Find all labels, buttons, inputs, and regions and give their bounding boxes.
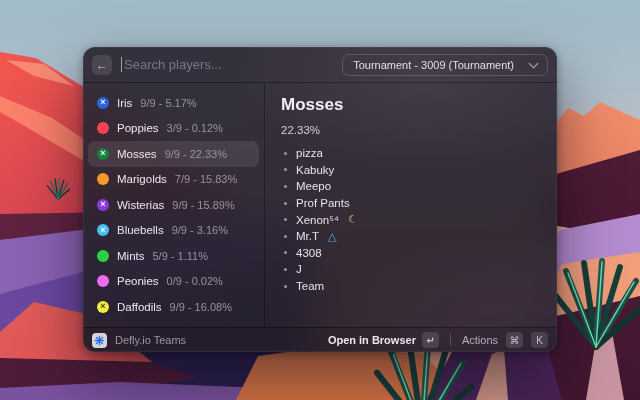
- team-color-icon: [97, 122, 109, 134]
- launcher-window: ← Search players... Tournament - 3009 (T…: [83, 47, 557, 352]
- chevron-down-icon: [529, 58, 539, 68]
- agave-plant-illustration: [46, 178, 70, 200]
- bullet-icon: [284, 251, 287, 254]
- back-button[interactable]: ←: [92, 55, 112, 75]
- player-list-item: Xenon⁵⁴☾: [281, 211, 543, 228]
- bullet-icon: [284, 285, 287, 288]
- team-color-icon: [97, 275, 109, 287]
- team-stats: 9/9 - 22.33%: [165, 148, 227, 160]
- detail-percentage: 22.33%: [281, 124, 543, 136]
- team-color-icon: [97, 250, 109, 262]
- tournament-dropdown-value: Tournament - 3009 (Tournament): [353, 59, 514, 71]
- team-stats: 9/9 - 16.08%: [170, 301, 232, 313]
- bullet-icon: [284, 202, 287, 205]
- triangle-icon: △: [328, 231, 336, 242]
- team-row-mints[interactable]: Mints 5/9 - 1.11%: [88, 243, 259, 269]
- team-row-iris[interactable]: × Iris 9/9 - 5.17%: [88, 90, 259, 116]
- team-color-icon: ×: [97, 301, 109, 313]
- crescent-moon-icon: ☾: [348, 214, 358, 225]
- k-key-icon: K: [531, 332, 548, 348]
- team-row-bluebells[interactable]: × Bluebells 9/9 - 3.16%: [88, 218, 259, 244]
- team-stats: 3/9 - 0.12%: [167, 122, 223, 134]
- team-color-icon: ×: [97, 199, 109, 211]
- command-key-icon: ⌘: [506, 332, 523, 348]
- search-bar: ← Search players... Tournament - 3009 (T…: [83, 47, 557, 83]
- team-row-peonies[interactable]: Peonies 0/9 - 0.02%: [88, 269, 259, 295]
- x-glyph: ×: [100, 98, 105, 107]
- team-name: Peonies: [117, 275, 159, 287]
- team-stats: 9/9 - 5.17%: [140, 97, 196, 109]
- desktop: ← Search players... Tournament - 3009 (T…: [0, 0, 640, 400]
- team-name: Iris: [117, 97, 132, 109]
- team-list: × Iris 9/9 - 5.17% Poppies 3/9 - 0.12% ×…: [83, 83, 265, 327]
- team-color-icon: ×: [97, 148, 109, 160]
- team-name: Poppies: [117, 122, 159, 134]
- player-list-item: Team: [281, 278, 543, 295]
- footer-divider: [450, 334, 451, 346]
- bullet-icon: [284, 235, 287, 238]
- agave-plant-illustration: [546, 258, 640, 350]
- team-name: Mints: [117, 250, 144, 262]
- team-name: Wisterias: [117, 199, 164, 211]
- player-list-item: Prof Pants: [281, 195, 543, 212]
- player-list-item: Kabuky: [281, 162, 543, 179]
- x-glyph: ×: [100, 149, 105, 158]
- bullet-icon: [284, 268, 287, 271]
- team-stats: 7/9 - 15.83%: [175, 173, 237, 185]
- team-name: Bluebells: [117, 224, 164, 236]
- back-arrow-icon: ←: [96, 58, 108, 72]
- status-bar: Defly.io Teams Open in Browser ↵ Actions…: [83, 327, 557, 352]
- team-stats: 5/9 - 1.11%: [152, 250, 207, 262]
- x-glyph: ×: [100, 226, 105, 235]
- player-list-item: J: [281, 261, 543, 278]
- tournament-dropdown[interactable]: Tournament - 3009 (Tournament): [342, 54, 548, 76]
- x-glyph: ×: [100, 200, 105, 209]
- team-row-wisterias[interactable]: × Wisterias 9/9 - 15.89%: [88, 192, 259, 218]
- search-placeholder: Search players...: [124, 57, 222, 72]
- bullet-icon: [284, 185, 287, 188]
- team-row-daffodils[interactable]: × Daffodils 9/9 - 16.08%: [88, 294, 259, 320]
- team-stats: 9/9 - 15.89%: [172, 199, 234, 211]
- x-glyph: ×: [100, 302, 105, 311]
- app-name: Defly.io Teams: [115, 334, 186, 346]
- team-stats: 0/9 - 0.02%: [167, 275, 223, 287]
- enter-key-icon: ↵: [422, 332, 439, 348]
- bullet-icon: [284, 218, 287, 221]
- team-color-icon: ×: [97, 97, 109, 109]
- bullet-icon: [284, 168, 287, 171]
- search-input[interactable]: Search players...: [121, 57, 333, 72]
- team-name: Marigolds: [117, 173, 167, 185]
- defly-logo-icon: [92, 333, 107, 348]
- team-stats: 9/9 - 3.16%: [172, 224, 228, 236]
- detail-title: Mosses: [281, 95, 543, 115]
- player-list-item: Mr.T△: [281, 228, 543, 245]
- team-row-mosses[interactable]: × Mosses 9/9 - 22.33%: [88, 141, 259, 167]
- team-color-icon: ×: [97, 224, 109, 236]
- team-color-icon: [97, 173, 109, 185]
- team-detail-panel: Mosses 22.33% pizza Kabuky Meepo Prof Pa…: [265, 83, 557, 327]
- bullet-icon: [284, 152, 287, 155]
- team-row-marigolds[interactable]: Marigolds 7/9 - 15.83%: [88, 167, 259, 193]
- text-cursor: [121, 57, 122, 72]
- team-name: Mosses: [117, 148, 157, 160]
- open-in-browser-button[interactable]: Open in Browser ↵: [328, 332, 439, 348]
- player-list: pizza Kabuky Meepo Prof Pants Xenon⁵⁴☾ M…: [281, 145, 543, 294]
- player-list-item: pizza: [281, 145, 543, 162]
- team-name: Daffodils: [117, 301, 162, 313]
- player-list-item: Meepo: [281, 178, 543, 195]
- actions-button[interactable]: Actions: [462, 334, 498, 346]
- team-row-poppies[interactable]: Poppies 3/9 - 0.12%: [88, 116, 259, 142]
- player-list-item: 4308: [281, 245, 543, 262]
